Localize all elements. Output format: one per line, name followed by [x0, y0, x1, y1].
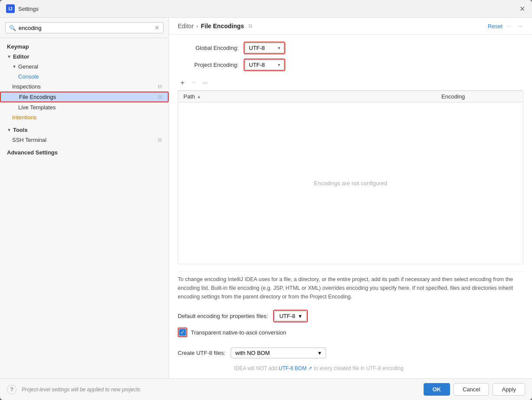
sort-icon: ▲: [197, 94, 201, 99]
app-icon: IJ: [6, 4, 15, 13]
default-encoding-select-wrap: UTF-8 ▾: [273, 310, 308, 322]
idea-note: IDEA will NOT add UTF-8 BOM ↗ to every c…: [178, 365, 523, 371]
info-text: To change encoding IntelliJ IDEA uses fo…: [178, 271, 523, 301]
content-area: 🔍 ✕ Keymap ▼ Editor ▼ G: [0, 18, 532, 378]
transparent-conversion-row: ✓ Transparent native-to-ascii conversion: [178, 328, 523, 337]
sidebar-item-label: File Encodings: [19, 94, 56, 100]
forward-button[interactable]: →: [516, 22, 523, 30]
sidebar-item-label: Tools: [13, 127, 28, 133]
inspections-file-icon: ⊟: [158, 84, 162, 89]
sidebar-item-label: Intentions: [12, 114, 36, 121]
breadcrumb-separator: ›: [196, 23, 199, 30]
add-button[interactable]: +: [178, 78, 187, 88]
ok-button[interactable]: OK: [424, 383, 450, 396]
global-encoding-value: UTF-8: [249, 45, 265, 51]
edit-button[interactable]: ✏: [200, 78, 210, 88]
main-panel: Editor › File Encodings ⧉ Reset ← → Glob…: [169, 18, 532, 378]
sidebar-item-live-templates[interactable]: Live Templates: [0, 102, 169, 112]
sidebar-item-label: Live Templates: [18, 104, 55, 111]
project-encoding-row: Project Encoding: UTF-8 ▾: [178, 59, 523, 71]
global-encoding-select[interactable]: UTF-8 ▾: [245, 43, 284, 53]
sidebar-item-ssh-terminal[interactable]: SSH Terminal ⊟: [0, 135, 169, 145]
breadcrumb-editor: Editor: [178, 23, 194, 30]
sidebar-item-label: Editor: [13, 53, 29, 60]
close-button[interactable]: ✕: [518, 5, 526, 13]
create-utf8-value: with NO BOM: [235, 350, 270, 356]
sidebar-item-advanced-settings[interactable]: Advanced Settings: [0, 148, 169, 157]
encoding-column-header: Encoding: [436, 93, 523, 100]
default-encoding-arrow-icon: ▾: [299, 313, 302, 319]
table-body: Encodings are not configured: [178, 102, 523, 264]
sidebar-item-label: Console: [18, 73, 39, 80]
create-utf8-row: Create UTF-8 files: with NO BOM ▾: [178, 348, 523, 358]
main-content: Global Encoding: UTF-8 ▾ Project Encodin…: [169, 35, 532, 378]
apply-button[interactable]: Apply: [493, 383, 525, 396]
bottom-bar: ? Project-level settings will be applied…: [0, 378, 532, 400]
global-encoding-arrow-icon: ▾: [278, 46, 280, 50]
search-icon: 🔍: [9, 25, 16, 31]
transparent-checkbox-wrap: ✓: [178, 328, 187, 337]
cancel-button[interactable]: Cancel: [454, 383, 489, 396]
editor-arrow: ▼: [7, 54, 11, 59]
status-text: Project-level settings will be applied t…: [22, 387, 140, 393]
search-bar: 🔍 ✕: [0, 18, 169, 38]
breadcrumb-copy-icon[interactable]: ⧉: [248, 23, 252, 29]
global-encoding-select-wrap: UTF-8 ▾: [244, 42, 285, 54]
transparent-checkbox[interactable]: ✓: [179, 329, 186, 336]
default-encoding-row: Default encoding for properties files: U…: [178, 310, 523, 322]
sidebar-item-keymap[interactable]: Keymap: [0, 42, 169, 52]
main-header: Editor › File Encodings ⧉ Reset ← →: [169, 18, 532, 35]
create-utf8-arrow-icon: ▾: [318, 350, 321, 356]
path-column-header: Path ▲: [178, 93, 436, 100]
help-icon: ?: [10, 386, 13, 393]
search-clear-icon[interactable]: ✕: [154, 24, 160, 31]
settings-window: IJ Settings ✕ 🔍 ✕ Keymap: [0, 0, 532, 400]
project-encoding-label: Project Encoding:: [178, 62, 238, 68]
properties-section: Default encoding for properties files: U…: [178, 310, 523, 371]
sidebar-item-general[interactable]: ▼ General: [0, 62, 169, 72]
sidebar-item-inspections[interactable]: Inspections ⊟: [0, 82, 169, 92]
sidebar-item-file-encodings[interactable]: File Encodings ⊟: [0, 92, 169, 102]
empty-message: Encodings are not configured: [314, 180, 387, 187]
global-encoding-label: Global Encoding:: [178, 45, 238, 51]
window-title: Settings: [18, 6, 39, 12]
table-header: Path ▲ Encoding: [178, 91, 523, 102]
tools-arrow: ▼: [7, 128, 11, 132]
path-table: Path ▲ Encoding Encodings are not config…: [178, 91, 523, 264]
sidebar-item-intentions[interactable]: Intentions: [0, 112, 169, 122]
breadcrumb: Editor › File Encodings ⧉: [178, 23, 252, 30]
create-utf8-select[interactable]: with NO BOM ▾: [231, 348, 326, 358]
reset-button[interactable]: Reset: [488, 23, 503, 30]
default-encoding-select[interactable]: UTF-8 ▾: [274, 311, 307, 321]
back-button[interactable]: ←: [506, 22, 513, 30]
sidebar-item-label: SSH Terminal: [12, 137, 46, 143]
sidebar-item-tools[interactable]: ▼ Tools: [0, 125, 169, 135]
project-encoding-value: UTF-8: [249, 62, 265, 68]
table-toolbar: + − ✏: [178, 75, 523, 91]
project-encoding-select-wrap: UTF-8 ▾: [244, 59, 285, 71]
project-encoding-select[interactable]: UTF-8 ▾: [245, 60, 284, 70]
default-encoding-value: UTF-8: [279, 313, 295, 319]
remove-button[interactable]: −: [189, 78, 199, 88]
file-encodings-icon: ⊟: [158, 94, 162, 100]
search-input-wrap[interactable]: 🔍 ✕: [5, 22, 163, 33]
nav-tree: Keymap ▼ Editor ▼ General Console: [0, 38, 169, 161]
utf8-bom-link[interactable]: UTF-8 BOM ↗: [278, 365, 312, 371]
create-utf8-label: Create UTF-8 files:: [178, 350, 225, 356]
header-actions: Reset ← →: [488, 22, 523, 30]
titlebar: IJ Settings ✕: [0, 0, 532, 18]
sidebar: 🔍 ✕ Keymap ▼ Editor ▼ G: [0, 18, 169, 378]
sidebar-item-label: Inspections: [12, 83, 41, 90]
search-input[interactable]: [19, 25, 154, 31]
project-encoding-arrow-icon: ▾: [278, 62, 280, 67]
transparent-conversion-label: Transparent native-to-ascii conversion: [191, 329, 286, 336]
ssh-terminal-icon: ⊟: [158, 137, 162, 143]
sidebar-item-editor[interactable]: ▼ Editor: [0, 52, 169, 62]
default-encoding-label: Default encoding for properties files:: [178, 313, 268, 319]
general-arrow: ▼: [12, 64, 16, 69]
sidebar-item-console[interactable]: Console: [0, 72, 169, 82]
sidebar-item-label: Advanced Settings: [7, 149, 58, 156]
sidebar-item-label: Keymap: [7, 43, 29, 50]
help-button[interactable]: ?: [7, 385, 16, 394]
breadcrumb-current: File Encodings: [201, 23, 244, 30]
